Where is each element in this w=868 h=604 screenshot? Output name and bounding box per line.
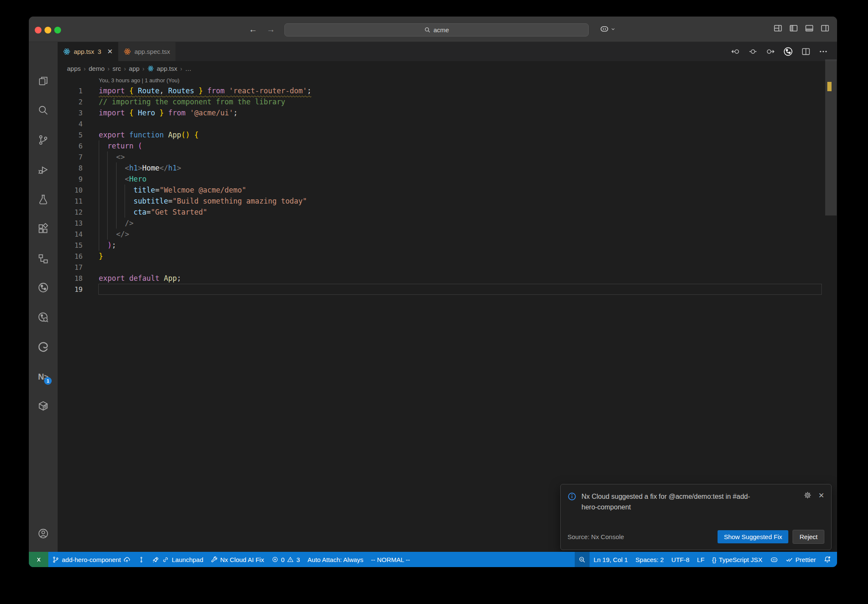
breadcrumb-tail[interactable]: …	[185, 65, 192, 72]
code-line[interactable]: 7 <>	[58, 151, 837, 162]
nx-console-icon[interactable]: N> 1	[38, 371, 49, 382]
line-number: 3	[58, 108, 83, 119]
navigate-back-button[interactable]: ←	[248, 24, 259, 35]
language-label: TypeScript JSX	[719, 556, 762, 563]
show-suggested-fix-button[interactable]: Show Suggested Fix	[718, 530, 789, 543]
zoom-window-button[interactable]	[54, 27, 61, 34]
edge-devtools-icon[interactable]	[38, 341, 49, 352]
project-hierarchy-icon[interactable]	[38, 253, 49, 264]
nx-cloud-ai-fix-item[interactable]: Nx Cloud AI Fix	[207, 552, 268, 567]
source-control-icon[interactable]	[38, 134, 49, 145]
remote-indicator[interactable]	[29, 552, 48, 567]
code-text: export function App() {	[99, 131, 199, 139]
code-line[interactable]: 8 <h1>Home</h1>	[58, 162, 837, 173]
container-tools-icon[interactable]	[38, 400, 49, 411]
previous-change-icon[interactable]	[731, 47, 740, 56]
next-change-icon[interactable]	[766, 47, 775, 56]
source-control-graph-icon[interactable]	[783, 47, 793, 56]
code-line[interactable]: 15 );	[58, 240, 837, 251]
copilot-status-item[interactable]	[766, 552, 782, 567]
formatter-item[interactable]: Prettier	[782, 552, 820, 567]
code-line[interactable]: 16}	[58, 251, 837, 262]
code-text: }	[99, 252, 103, 260]
code-line[interactable]: 19	[58, 284, 837, 295]
reject-button[interactable]: Reject	[793, 530, 824, 544]
copilot-icon[interactable]	[600, 24, 609, 34]
tab-app-tsx[interactable]: app.tsx 3 ✕	[58, 42, 118, 61]
indentation-item[interactable]: Spaces: 2	[632, 552, 668, 567]
code-line[interactable]: 2// importing the component from the lib…	[58, 96, 837, 107]
navigate-forward-button[interactable]: →	[265, 24, 276, 35]
commits-compare-item[interactable]	[134, 552, 148, 567]
customize-layout-icon[interactable]	[773, 24, 782, 33]
nx-fix-label: Nx Cloud AI Fix	[220, 556, 264, 563]
breadcrumb-separator: ›	[180, 65, 182, 72]
braces-icon: {}	[712, 556, 716, 563]
line-number: 16	[58, 251, 83, 262]
split-editor-icon[interactable]	[801, 47, 810, 56]
breadcrumb-item[interactable]: app	[129, 65, 139, 72]
code-line[interactable]: 1import { Route, Routes } from 'react-ro…	[58, 85, 837, 96]
cursor-position-item[interactable]: Ln 19, Col 1	[590, 552, 632, 567]
testing-beaker-icon[interactable]	[38, 194, 49, 205]
notification-settings-gear-icon[interactable]	[804, 491, 812, 512]
errors-count: 0	[281, 556, 284, 563]
command-center-search[interactable]: acme	[284, 23, 589, 36]
code-line[interactable]: 14 </>	[58, 229, 837, 240]
encoding-item[interactable]: UTF-8	[668, 552, 693, 567]
chevron-down-icon[interactable]	[611, 27, 615, 31]
code-line[interactable]: 6 return (	[58, 140, 837, 151]
code-line[interactable]: 10 title="Welcmoe @acme/demo"	[58, 185, 837, 196]
tab-label: app.spec.tsx	[134, 48, 170, 55]
breadcrumb-item[interactable]: demo	[89, 65, 105, 72]
run-and-debug-icon[interactable]	[38, 164, 49, 175]
language-mode-item[interactable]: {} TypeScript JSX	[708, 552, 766, 567]
notifications-bell-item[interactable]	[820, 552, 837, 567]
react-file-icon	[63, 48, 70, 55]
extensions-icon[interactable]	[38, 223, 49, 234]
code-line[interactable]: 17	[58, 262, 837, 273]
code-line[interactable]: 12 cta="Get Started"	[58, 207, 837, 218]
toggle-primary-sidebar-icon[interactable]	[789, 24, 798, 33]
launchpad-item[interactable]: Launchpad	[148, 552, 207, 567]
code-line[interactable]: 18export default App;	[58, 273, 837, 284]
editor[interactable]: You, 3 hours ago | 1 author (You) 1impor…	[58, 76, 837, 552]
minimize-window-button[interactable]	[45, 27, 51, 34]
commit-graph-icon[interactable]	[38, 282, 49, 293]
code-line[interactable]: 5export function App() {	[58, 129, 837, 140]
breadcrumb-file[interactable]: app.tsx	[157, 65, 177, 72]
code-text: </>	[99, 230, 129, 238]
code-line[interactable]: 11 subtitle="Build something amazing tod…	[58, 196, 837, 207]
more-actions-icon[interactable]	[819, 47, 828, 56]
vim-mode-label: -- NORMAL --	[371, 556, 410, 563]
toggle-panel-icon[interactable]	[805, 24, 814, 33]
code-line[interactable]: 13 />	[58, 218, 837, 229]
code-line[interactable]: 3import { Hero } from '@acme/ui';	[58, 107, 837, 118]
tab-app-spec-tsx[interactable]: app.spec.tsx	[118, 42, 176, 61]
code-line[interactable]: 4	[58, 118, 837, 129]
vim-mode-item[interactable]: -- NORMAL --	[367, 552, 414, 567]
code-text: return (	[99, 142, 142, 150]
breadcrumb-item[interactable]: apps	[67, 65, 81, 72]
eol-item[interactable]: LF	[693, 552, 709, 567]
code-text: <>	[99, 153, 125, 161]
zoom-out-item[interactable]	[575, 552, 590, 567]
close-tab-icon[interactable]: ✕	[107, 48, 113, 56]
search-icon[interactable]	[38, 105, 49, 116]
notification-close-icon[interactable]: ✕	[818, 491, 824, 512]
commit-search-icon[interactable]	[38, 312, 49, 323]
git-branch-item[interactable]: add-hero-component	[48, 552, 134, 567]
indent-guide	[107, 151, 108, 240]
code-line[interactable]: 9 <Hero	[58, 173, 837, 185]
problems-item[interactable]: 0 3	[268, 552, 304, 567]
toggle-secondary-sidebar-icon[interactable]	[821, 24, 829, 33]
breadcrumb-item[interactable]: src	[112, 65, 121, 72]
line-number: 18	[58, 273, 83, 284]
close-window-button[interactable]	[35, 27, 42, 34]
warnings-icon	[287, 556, 294, 563]
accounts-icon[interactable]	[38, 528, 49, 539]
explorer-icon[interactable]	[38, 76, 49, 87]
info-icon	[568, 491, 576, 512]
auto-attach-item[interactable]: Auto Attach: Always	[304, 552, 367, 567]
current-change-icon[interactable]	[748, 47, 757, 56]
